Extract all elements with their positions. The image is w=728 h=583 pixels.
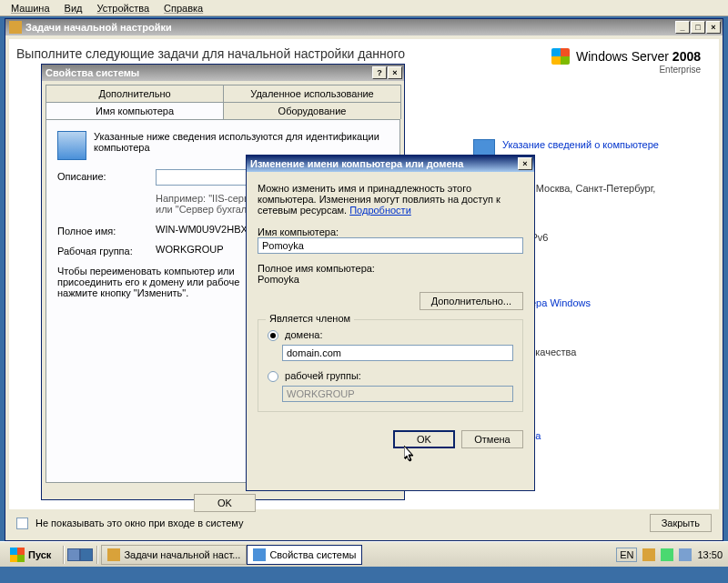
quicklaunch-explorer-icon[interactable] — [80, 548, 93, 561]
props-titlebar[interactable]: Свойства системы ? × — [42, 65, 404, 81]
start-button[interactable]: Пуск — [2, 545, 59, 565]
rename-content: Можно изменить имя и принадлежность этог… — [247, 172, 534, 423]
initial-config-titlebar[interactable]: Задачи начальной настройки _ □ × — [5, 19, 723, 35]
menu-view[interactable]: Вид — [57, 1, 90, 15]
props-info-text: Указанные ниже сведения используются для… — [57, 131, 389, 153]
domain-radio-label: домена: — [285, 329, 322, 340]
taskbar-item-system-props[interactable]: Свойства системы — [247, 545, 362, 565]
taskbar-separator — [63, 546, 64, 564]
taskbar: Пуск Задачи начальной наст... Свойства с… — [0, 541, 728, 567]
rename-title: Изменение имени компьютера или домена — [250, 158, 518, 169]
workgroup-radio[interactable] — [268, 371, 278, 382]
tray-lang[interactable]: EN — [616, 548, 637, 562]
props-tabs: Дополнительно Удаленное использование Им… — [42, 81, 404, 119]
fullname-label: Полное имя: — [57, 224, 148, 236]
tray-clock[interactable]: 13:50 — [697, 549, 723, 560]
start-label: Пуск — [28, 549, 51, 560]
computer-name-input[interactable] — [258, 237, 523, 254]
rename-cancel-button[interactable]: Отмена — [461, 430, 523, 448]
menu-devices[interactable]: Устройства — [89, 1, 157, 15]
brand-text: Windows Server 2008 — [576, 49, 701, 64]
props-title: Свойства системы — [46, 67, 372, 78]
props-ok-button[interactable]: OK — [194, 494, 256, 512]
rename-intro: Можно изменить имя и принадлежность этог… — [258, 183, 523, 216]
domain-radio[interactable] — [268, 330, 278, 341]
initial-config-title: Задачи начальной настройки — [25, 22, 675, 33]
description-label: Описание: — [57, 169, 148, 182]
window-icon — [9, 21, 22, 34]
taskbar-item-initial-config[interactable]: Задачи начальной наст... — [101, 545, 247, 565]
minimize-button[interactable]: _ — [675, 21, 690, 34]
tab-remote[interactable]: Удаленное использование — [223, 85, 401, 102]
windows-start-icon — [10, 548, 25, 562]
props-help-button[interactable]: ? — [372, 66, 387, 79]
domain-input[interactable] — [282, 345, 513, 361]
rename-dialog: Изменение имени компьютера или домена × … — [246, 155, 535, 491]
taskbar-separator-2 — [96, 546, 97, 564]
computer-icon — [57, 131, 86, 160]
rename-titlebar[interactable]: Изменение имени компьютера или домена × — [247, 156, 534, 172]
menu-help[interactable]: Справка — [157, 1, 210, 15]
taskbar-item-2-label: Свойства системы — [269, 549, 356, 560]
tab-computer-name[interactable]: Имя компьютера — [46, 102, 224, 119]
tray-security-icon[interactable] — [642, 548, 655, 561]
tab-advanced[interactable]: Дополнительно — [46, 85, 224, 102]
workgroup-radio-label: рабочей группы: — [285, 370, 361, 381]
tray-network-icon[interactable] — [661, 548, 673, 561]
props-close-button[interactable]: × — [388, 66, 402, 79]
brand-block: Windows Server 2008 Enterprise — [551, 48, 701, 75]
advanced-button[interactable]: Дополнительно... — [420, 292, 523, 310]
maximize-button[interactable]: □ — [691, 21, 705, 34]
menu-machine[interactable]: Машина — [4, 1, 57, 15]
rename-more-link[interactable]: Подробности — [349, 205, 411, 216]
rename-ok-button[interactable]: OK — [393, 430, 455, 448]
full-computer-name-value: Pomoyka — [258, 274, 523, 285]
brand-edition: Enterprise — [551, 65, 701, 75]
close-main-button[interactable]: Закрыть — [650, 514, 712, 532]
workgroup-input — [282, 386, 513, 402]
quicklaunch-desktop-icon[interactable] — [67, 548, 80, 561]
full-computer-name-label: Полное имя компьютера: — [258, 263, 523, 274]
link-specify-computer[interactable]: Указание сведений о компьютере — [502, 139, 659, 150]
tab-hardware[interactable]: Оборудование — [223, 102, 401, 119]
workgroup-label: Рабочая группа: — [57, 244, 148, 256]
dontshow-checkbox[interactable] — [16, 518, 28, 529]
member-of-group: Является членом домена: рабочей группы: — [258, 319, 523, 412]
taskbar-item-1-label: Задачи начальной наст... — [124, 549, 240, 560]
tray-volume-icon[interactable] — [679, 548, 692, 561]
computer-name-label: Имя компьютера: — [258, 226, 523, 237]
windows-flag-icon — [551, 48, 570, 65]
task-icon-1 — [107, 548, 120, 561]
rename-close-button[interactable]: × — [518, 157, 532, 170]
task-icon-2 — [253, 548, 266, 561]
vm-menubar: Машина Вид Устройства Справка — [0, 0, 728, 16]
member-of-title: Является членом — [266, 313, 354, 324]
system-tray: EN 13:50 — [612, 548, 726, 562]
close-button[interactable]: × — [706, 21, 721, 34]
